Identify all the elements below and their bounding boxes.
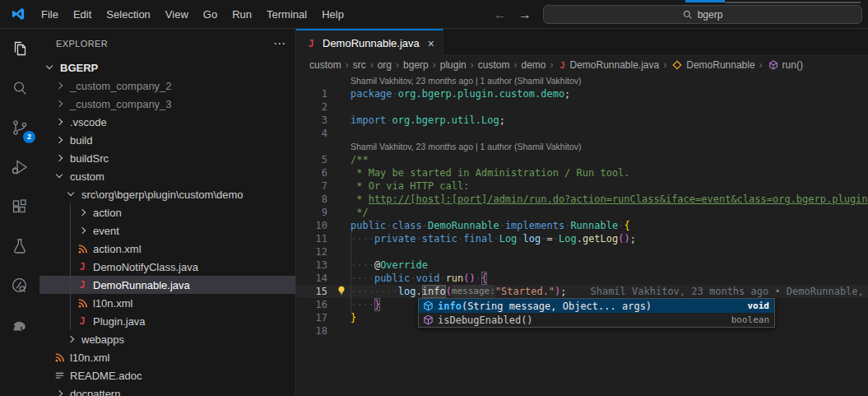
tree-item-build[interactable]: build <box>39 131 295 149</box>
suggest-item-info-string-message-object-args[interactable]: info(String message, Object... args)void <box>419 299 774 313</box>
tree-item-custom[interactable]: custom <box>39 167 295 185</box>
lightbulb-quickfix-icon[interactable] <box>336 285 349 298</box>
line-number: 3 <box>296 114 327 127</box>
code-line-2[interactable]: 2 <box>296 100 868 114</box>
tree-item-custom-company-3[interactable]: _custom_company_3 <box>39 95 295 113</box>
codelens-blame-annotation[interactable]: Shamil Vakhitov, 23 months ago | 1 autho… <box>296 74 868 87</box>
menu-selection[interactable]: Selection <box>99 0 157 29</box>
code-token: log <box>523 232 541 245</box>
code-line-14[interactable]: 14····public·void·run()·{ <box>296 272 868 285</box>
breadcrumb-item-org[interactable]: org <box>378 59 392 71</box>
code-token: http://[host]:[port]/admin/run.do?action… <box>369 193 868 206</box>
breadcrumb-item-bgerp[interactable]: bgerp <box>403 59 429 71</box>
breadcrumb-item-demorunnable[interactable]: DemoRunnable <box>671 59 754 71</box>
code-line-12[interactable]: 12 <box>296 245 868 259</box>
tree-item-webapps[interactable]: webapps <box>39 330 295 348</box>
code-token: · <box>476 272 481 285</box>
breadcrumb-item-plugin[interactable]: plugin <box>440 59 466 71</box>
breadcrumb-item-demorunnable-java[interactable]: JDemoRunnable.java <box>557 59 659 71</box>
code-area[interactable]: Shamil Vakhitov, 23 months ago | 1 autho… <box>296 74 868 396</box>
back-arrow-icon[interactable]: ← <box>494 7 507 22</box>
code-token: () <box>618 232 629 245</box>
gutter-gap <box>327 259 350 272</box>
tree-item-event[interactable]: event <box>39 221 295 240</box>
line-number: 12 <box>296 245 327 259</box>
code-line-4[interactable]: 4 <box>296 127 868 140</box>
menu-run[interactable]: Run <box>225 0 259 29</box>
tree-item-root-bgerp[interactable]: BGERP <box>39 58 295 77</box>
tree-item-custom-company-2[interactable]: _custom_company_2 <box>39 77 295 95</box>
tree-item-action-xml[interactable]: action.xml <box>39 240 295 258</box>
tree-item-demonotifyclass-java[interactable]: JDemoNotifyClass.java <box>39 258 295 276</box>
tree-item-demorunnable-java[interactable]: JDemoRunnable.java <box>39 276 295 294</box>
suggest-item-isdebugenabled[interactable]: isDebugEnabled()boolean <box>419 313 774 327</box>
tree-item-action[interactable]: action <box>39 203 295 221</box>
tree-item-l10n-xml[interactable]: l10n.xml <box>39 348 295 366</box>
code-token: ···· <box>350 298 374 311</box>
xml-file-icon <box>53 352 66 363</box>
code-line-3[interactable]: 3import·org.bgerp.util.Log; <box>296 114 868 127</box>
menu-file[interactable]: File <box>34 0 66 29</box>
code-token: ···· <box>350 232 374 245</box>
line-number: 2 <box>296 100 327 114</box>
code-token: Log <box>559 232 577 245</box>
line-number: 10 <box>296 219 327 232</box>
tree-item-plugin-java[interactable]: JPlugin.java <box>39 312 295 330</box>
method-symbol-icon <box>421 300 434 313</box>
activity-extensions-extensions-icon[interactable] <box>0 187 39 226</box>
more-actions-icon[interactable]: ⋯ <box>273 36 285 51</box>
code-line-1[interactable]: 1package·org.bgerp.plugin.custom.demo; <box>296 87 868 100</box>
code-token: ········ <box>350 285 398 298</box>
tree-item-readme-adoc[interactable]: README.adoc <box>39 366 295 384</box>
menu-edit[interactable]: Edit <box>66 0 99 29</box>
activity-bar: 2 <box>0 29 39 396</box>
breadcrumb-separator: › <box>663 59 666 71</box>
breadcrumb-item-demo[interactable]: demo <box>521 59 545 71</box>
code-token: · <box>553 232 559 245</box>
activity-inspector-circle-tool-icon[interactable] <box>0 266 39 305</box>
tree-item-vscode[interactable]: .vscode <box>39 113 295 131</box>
code-line-5[interactable]: 5/** <box>296 153 868 166</box>
tree-item-buildsrc[interactable]: buildSrc <box>39 149 295 167</box>
menu-help[interactable]: Help <box>314 0 351 29</box>
tree-item-label: l10n.xml <box>93 297 132 310</box>
breadcrumb-item-run[interactable]: run() <box>767 59 803 71</box>
code-token: public <box>350 219 386 232</box>
code-line-7[interactable]: 7 * Or via HTTP call: <box>296 179 868 193</box>
tree-item-docpattern[interactable]: docpattern <box>39 384 295 396</box>
menu-terminal[interactable]: Terminal <box>259 0 314 29</box>
code-line-10[interactable]: 10public·class·DemoRunnable·implements·R… <box>296 219 868 232</box>
activity-source-control-source-control-icon[interactable]: 2 <box>0 108 39 147</box>
line-number: 7 <box>296 179 327 193</box>
code-line-15[interactable]: 15········log.info(message:"Started."); … <box>296 285 868 298</box>
breadcrumb-item-custom[interactable]: custom <box>309 59 341 71</box>
tree-item-label: docpattern <box>70 388 120 396</box>
code-token: * May be started in Administration / Run… <box>350 166 630 179</box>
command-center-search[interactable]: bgerp <box>543 5 862 24</box>
tree-item-src-org-bgerp-plugin-custom-demo[interactable]: src\org\bgerp\plugin\custom\demo <box>39 185 295 203</box>
activity-run-and-debug-debug-icon[interactable] <box>0 147 39 187</box>
menu-view[interactable]: View <box>158 0 196 29</box>
codelens-blame-annotation[interactable]: Shamil Vakhitov, 23 months ago | 1 autho… <box>296 140 868 153</box>
activity-testing-beaker-icon[interactable] <box>0 226 39 266</box>
code-line-11[interactable]: 11····private·static·final·Log·log·=·Log… <box>296 232 868 245</box>
code-line-13[interactable]: 13····@Override <box>296 259 868 272</box>
activity-explorer-files-icon[interactable] <box>0 29 39 68</box>
code-line-9[interactable]: 9 */ <box>296 206 868 219</box>
activity-gradle-gradle-elephant-icon[interactable] <box>0 305 39 345</box>
tree-item-l10n-xml[interactable]: l10n.xml <box>39 294 295 312</box>
code-line-6[interactable]: 6 * May be started in Administration / R… <box>296 166 868 179</box>
suggest-item-return-type: void <box>748 300 770 311</box>
title-bar: FileEditSelectionViewGoRunTerminalHelp ←… <box>0 0 868 29</box>
code-token: package <box>350 87 392 100</box>
code-line-8[interactable]: 8 * http://[host]:[port]/admin/run.do?ac… <box>296 193 868 206</box>
activity-search-search-icon[interactable] <box>0 68 39 108</box>
tree-item-label: l10n.xml <box>70 352 109 364</box>
tab-demorunnable-java[interactable]: J DemoRunnable.java × <box>296 29 443 56</box>
close-icon[interactable]: × <box>428 37 434 50</box>
line-number: 11 <box>296 232 327 245</box>
breadcrumb-item-src[interactable]: src <box>353 59 366 71</box>
forward-arrow-icon[interactable]: → <box>518 7 531 22</box>
breadcrumb-item-custom[interactable]: custom <box>478 59 510 71</box>
menu-go[interactable]: Go <box>196 0 225 29</box>
